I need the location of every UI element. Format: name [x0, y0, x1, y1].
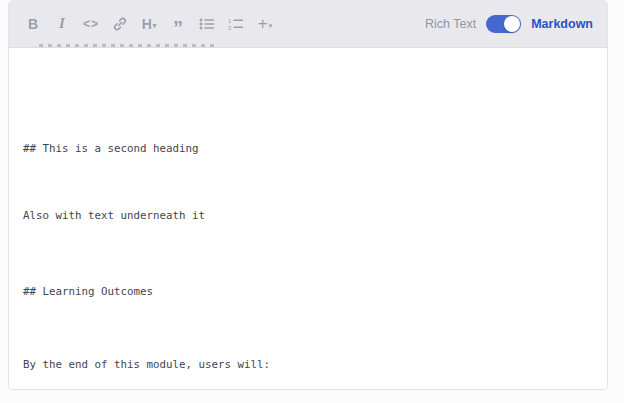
toggle-knob — [504, 16, 520, 32]
editor-toolbar: B I <> H▾ ” — [9, 0, 607, 48]
chevron-down-icon: ▾ — [153, 22, 157, 30]
editor-line-heading-outcomes: ## Learning Outcomes — [23, 283, 593, 301]
blockquote-icon: ” — [173, 23, 183, 33]
italic-button[interactable]: I — [52, 12, 72, 36]
format-buttons: B I <> H▾ ” — [23, 12, 275, 36]
plus-icon: + — [258, 14, 268, 34]
ordered-list-icon: 1 2 — [228, 17, 244, 31]
italic-icon: I — [59, 15, 65, 32]
chevron-down-icon: ▾ — [269, 22, 273, 30]
markdown-editor-card: B I <> H▾ ” — [8, 0, 608, 390]
rich-text-label[interactable]: Rich Text — [425, 17, 476, 31]
svg-text:2: 2 — [228, 25, 232, 31]
bold-button[interactable]: B — [23, 12, 43, 36]
editor-line-intro: By the end of this module, users will: — [23, 356, 593, 374]
link-icon — [112, 16, 128, 32]
link-button[interactable] — [110, 12, 130, 36]
mode-switch: Rich Text Markdown — [425, 15, 593, 33]
code-button[interactable]: <> — [81, 12, 101, 36]
clipped-text-line — [39, 44, 215, 47]
markdown-textarea[interactable]: ## This is a second heading Also with te… — [9, 48, 607, 390]
editor-line-text: Also with text underneath it — [23, 207, 593, 225]
insert-button[interactable]: +▾ — [255, 12, 275, 36]
svg-text:1: 1 — [228, 17, 232, 23]
ordered-list-button[interactable]: 1 2 — [226, 12, 246, 36]
heading-button[interactable]: H▾ — [139, 12, 159, 36]
editor-line-heading2: ## This is a second heading — [23, 120, 593, 158]
markdown-label[interactable]: Markdown — [531, 17, 593, 31]
markdown-toggle[interactable] — [486, 15, 521, 33]
code-icon: <> — [83, 17, 99, 31]
bullet-list-icon — [199, 17, 215, 31]
bullet-list-button[interactable] — [197, 12, 217, 36]
bold-icon: B — [28, 16, 38, 32]
heading-icon: H — [142, 16, 152, 32]
blockquote-button[interactable]: ” — [168, 12, 188, 36]
page: { "toolbar": { "buttons": [ {"name": "bo… — [0, 0, 624, 403]
